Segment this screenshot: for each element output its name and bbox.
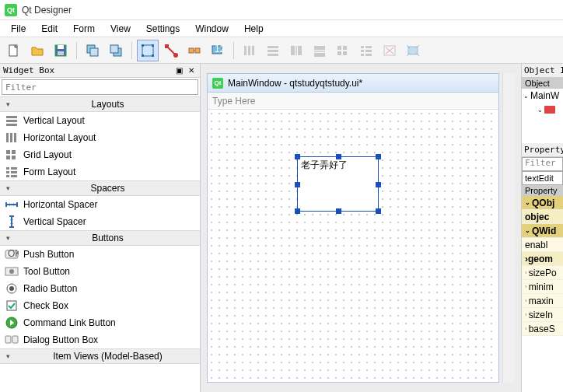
form-menubar[interactable]: Type Here: [208, 93, 498, 110]
property-row[interactable]: ›baseS: [522, 322, 563, 336]
toolbar-separator: [233, 42, 234, 59]
property-name: enabl: [525, 240, 547, 250]
chevron-down-icon[interactable]: ⌄: [525, 227, 530, 234]
wb-item-check-box[interactable]: Check Box: [0, 297, 200, 314]
wb-item-form-layout[interactable]: Form Layout: [0, 163, 200, 180]
wb-category-spacers[interactable]: ▾Spacers: [0, 180, 200, 196]
resize-handle-e[interactable]: [376, 182, 381, 187]
wb-category-item-views-model-based-[interactable]: ▾Item Views (Model-Based): [0, 348, 200, 364]
wb-item-command-link-button[interactable]: Command Link Button: [0, 314, 200, 331]
chevron-down-icon[interactable]: ▾: [0, 100, 16, 108]
dlg-box-icon: [5, 333, 19, 347]
menu-edit[interactable]: Edit: [33, 22, 65, 36]
property-name: QWid: [532, 226, 556, 236]
svg-rect-56: [11, 171, 17, 173]
property-row[interactable]: ›geom: [522, 252, 563, 266]
resize-handle-sw[interactable]: [295, 208, 300, 214]
property-filter-input[interactable]: Filter: [522, 157, 563, 171]
wb-category-layouts[interactable]: ▾Layouts: [0, 96, 200, 112]
property-row[interactable]: ⌄QObj: [522, 196, 563, 210]
svg-rect-20: [248, 46, 250, 55]
toolbar-save-button[interactable]: [50, 40, 72, 61]
chevron-down-icon[interactable]: ⌄: [523, 93, 529, 100]
chevron-right-icon[interactable]: ›: [525, 283, 527, 290]
wb-item-radio-button[interactable]: Radio Button: [0, 280, 200, 297]
svg-rect-43: [6, 116, 17, 118]
wb-item-horizontal-layout[interactable]: Horizontal Layout: [0, 129, 200, 146]
toolbar-edit-buddies-button[interactable]: [184, 40, 205, 61]
toolbar-edit-tab-order-button[interactable]: 123: [207, 40, 229, 61]
chevron-down-icon[interactable]: ▾: [0, 352, 16, 360]
wb-item-horizontal-spacer[interactable]: Horizontal Spacer: [0, 196, 200, 213]
property-col-header[interactable]: Property: [522, 185, 563, 196]
svg-rect-21: [252, 46, 254, 55]
resize-handle-ne[interactable]: [376, 154, 381, 159]
panel-close-icon[interactable]: ✕: [186, 65, 197, 76]
menu-file[interactable]: File: [3, 22, 33, 36]
object-tree-row[interactable]: ⌄: [522, 103, 563, 117]
svg-rect-65: [7, 301, 16, 310]
toolbar-edit-widgets-button[interactable]: [137, 40, 159, 61]
chevron-right-icon[interactable]: ›: [525, 311, 527, 318]
edit-signals-icon: [164, 44, 178, 58]
resize-handle-w[interactable]: [295, 182, 300, 187]
check-icon: [5, 299, 19, 313]
tool-btn-icon: [5, 264, 19, 278]
toolbar-open-button[interactable]: [26, 40, 48, 61]
toolbar-new-button[interactable]: [3, 40, 25, 61]
property-row[interactable]: ›sizePo: [522, 266, 563, 280]
chevron-right-icon[interactable]: ›: [525, 297, 527, 304]
new-icon: [7, 44, 21, 58]
form-window: Qt MainWindow - qtstudyqtstudy.ui* Type …: [207, 73, 499, 383]
property-row[interactable]: ›minim: [522, 280, 563, 294]
widget-box-filter-input[interactable]: [2, 79, 198, 95]
property-row[interactable]: ›maxin: [522, 294, 563, 308]
selected-textedit-widget[interactable]: 老子弄好了: [297, 156, 379, 212]
svg-rect-53: [6, 167, 9, 170]
wb-item-dialog-button-box[interactable]: Dialog Button Box: [0, 331, 200, 348]
form-menubar-hint[interactable]: Type Here: [212, 96, 255, 107]
wb-category-label: Item Views (Model-Based): [16, 351, 200, 362]
svg-rect-68: [12, 336, 18, 343]
property-row[interactable]: ›sizeIn: [522, 308, 563, 322]
property-row[interactable]: objec: [522, 210, 563, 224]
chevron-down-icon[interactable]: ▾: [0, 234, 16, 242]
toolbar-edit-signals-button[interactable]: [160, 40, 182, 61]
chevron-down-icon[interactable]: ▾: [0, 184, 16, 192]
form-scrollbar[interactable]: [502, 73, 515, 383]
chevron-right-icon[interactable]: ›: [525, 325, 527, 332]
resize-handle-se[interactable]: [376, 208, 381, 214]
svg-rect-2: [58, 45, 64, 49]
chevron-right-icon[interactable]: ›: [525, 269, 527, 276]
menu-help[interactable]: Help: [236, 22, 271, 36]
resize-handle-s[interactable]: [336, 208, 341, 214]
wb-item-tool-button[interactable]: Tool Button: [0, 263, 200, 280]
design-canvas[interactable]: 老子弄好了: [208, 110, 498, 382]
chevron-down-icon[interactable]: ⌄: [525, 199, 530, 206]
chevron-down-icon[interactable]: ⌄: [537, 107, 543, 114]
menu-view[interactable]: View: [103, 22, 138, 36]
toolbar-bring-front-button[interactable]: [105, 40, 127, 61]
property-row[interactable]: enabl: [522, 238, 563, 252]
toolbar-send-back-button[interactable]: [82, 40, 103, 61]
textedit-content[interactable]: 老子弄好了: [298, 157, 378, 173]
wb-item-label: Radio Button: [23, 283, 77, 294]
wb-item-vertical-layout[interactable]: Vertical Layout: [0, 112, 200, 129]
object-tree-row[interactable]: ⌄MainW: [522, 89, 563, 103]
property-name: geom: [528, 254, 553, 264]
resize-handle-n[interactable]: [336, 154, 341, 159]
object-tree-header[interactable]: Object: [522, 78, 563, 89]
menu-settings[interactable]: Settings: [138, 22, 187, 36]
property-object-selector[interactable]: textEdit: [522, 171, 563, 185]
menu-form[interactable]: Form: [65, 22, 103, 36]
wb-item-push-button[interactable]: OKPush Button: [0, 246, 200, 263]
wb-category-buttons[interactable]: ▾Buttons: [0, 230, 200, 246]
resize-handle-nw[interactable]: [295, 154, 300, 159]
wb-item-grid-layout[interactable]: Grid Layout: [0, 146, 200, 163]
wb-item-label: Grid Layout: [23, 149, 72, 160]
menu-window[interactable]: Window: [187, 22, 236, 36]
property-row[interactable]: ⌄QWid: [522, 224, 563, 238]
wb-item-vertical-spacer[interactable]: Vertical Spacer: [0, 213, 200, 230]
svg-text:OK: OK: [8, 249, 19, 259]
panel-float-icon[interactable]: ▣: [173, 65, 184, 76]
